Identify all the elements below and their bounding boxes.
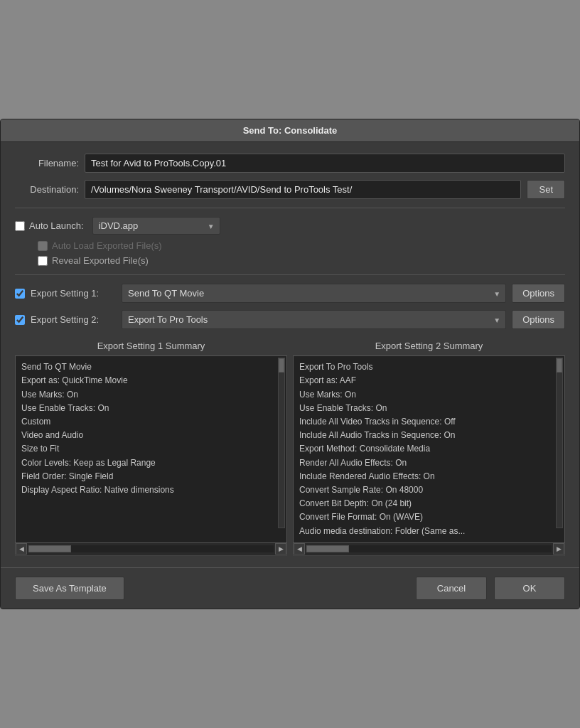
summary-2-line-6: Include All Audio Tracks in Sequence: On (299, 429, 549, 442)
summary-2-line-1: Export To Pro Tools (299, 360, 549, 374)
summary-1-scrollbar-v[interactable] (278, 358, 285, 528)
summary-2-line-2: Export as: AAF (299, 374, 549, 387)
destination-path-input[interactable] (85, 180, 521, 199)
set-destination-button[interactable]: Set (527, 180, 565, 199)
auto-launch-label[interactable]: Auto Launch: (15, 220, 84, 231)
export-setting-2-checkbox[interactable] (15, 315, 25, 325)
cancel-button[interactable]: Cancel (416, 577, 487, 600)
summary-2-h-scroll-track (306, 545, 552, 552)
dialog-content: Filename: Destination: Set Auto Launch: … (1, 142, 579, 567)
summary-2-line-10: Convert Sample Rate: On 48000 (299, 483, 549, 497)
summary-1-h-scroll-thumb (28, 545, 71, 552)
dialog-footer: Save As Template Cancel OK (1, 567, 579, 609)
destination-label: Destination: (15, 184, 79, 195)
summary-1-line-2: Export as: QuickTime Movie (21, 374, 271, 387)
footer-right: Cancel OK (416, 577, 565, 600)
summary-1-scrollbar-thumb (279, 358, 284, 373)
auto-launch-app-select[interactable]: iDVD.app (92, 217, 220, 235)
auto-load-checkbox (38, 241, 48, 251)
auto-load-row: Auto Load Exported File(s) (38, 240, 565, 251)
export-settings-section: Export Setting 1: Send To QT Movie Optio… (15, 284, 565, 329)
summary-2-line-4: Use Enable Tracks: On (299, 402, 549, 415)
filename-label: Filename: (15, 158, 79, 168)
summary-2-line-5: Include All Video Tracks in Sequence: Of… (299, 415, 549, 429)
summary-2-h-scrollbar[interactable]: ◀ ▶ (293, 543, 565, 556)
destination-row: Destination: Set (15, 180, 565, 199)
dialog-title: Send To: Consolidate (243, 125, 338, 136)
summary-1-line-7: Size to Fit (21, 442, 271, 456)
auto-load-label: Auto Load Exported File(s) (52, 240, 162, 251)
summary-1-line-6: Video and Audio (21, 429, 271, 442)
reveal-label: Reveal Exported File(s) (52, 255, 149, 266)
summary-2-title: Export Setting 2 Summary (293, 341, 565, 351)
dialog-title-bar: Send To: Consolidate (1, 119, 579, 142)
summary-2-h-scroll-left[interactable]: ◀ (294, 543, 305, 555)
summary-1-h-scroll-left[interactable]: ◀ (16, 543, 27, 555)
summary-1-h-scrollbar[interactable]: ◀ ▶ (15, 543, 287, 556)
auto-launch-app-dropdown-wrapper: iDVD.app (92, 217, 220, 235)
summary-1-h-scroll-track (28, 545, 274, 552)
summary-1-line-1: Send To QT Movie (21, 360, 271, 374)
summary-2-scrollbar-v[interactable] (556, 358, 563, 528)
export-setting-1-dropdown-wrapper: Send To QT Movie (122, 284, 506, 303)
summary-1-title: Export Setting 1 Summary (15, 341, 287, 351)
summary-1-line-3: Use Marks: On (21, 388, 271, 402)
summary-2-h-scroll-right[interactable]: ▶ (553, 543, 564, 555)
summary-2-line-13: Audio media destination: Folder (Same as… (299, 525, 549, 538)
auto-launch-text: Auto Launch: (29, 220, 84, 231)
export-setting-1-row: Export Setting 1: Send To QT Movie Optio… (15, 284, 565, 303)
ok-button[interactable]: OK (494, 577, 565, 600)
summary-2-line-8: Render All Audio Effects: On (299, 456, 549, 470)
divider-1 (15, 208, 565, 208)
summary-1-line-5: Custom (21, 415, 271, 429)
reveal-row: Reveal Exported File(s) (38, 255, 565, 266)
export-setting-2-row: Export Setting 2: Export To Pro Tools Op… (15, 310, 565, 329)
summary-1-line-8: Color Levels: Keep as Legal Range (21, 456, 271, 470)
summary-2-line-7: Export Method: Consolidate Media (299, 442, 549, 456)
summary-1-line-4: Use Enable Tracks: On (21, 402, 271, 415)
export-setting-1-options-button[interactable]: Options (512, 284, 565, 303)
export-setting-2-dropdown-wrapper: Export To Pro Tools (122, 310, 506, 329)
save-as-template-button[interactable]: Save As Template (15, 577, 124, 600)
summary-1-box: Send To QT Movie Export as: QuickTime Mo… (15, 355, 287, 542)
filename-row: Filename: (15, 154, 565, 173)
filename-input[interactable] (85, 154, 565, 173)
send-to-consolidate-dialog: Send To: Consolidate Filename: Destinati… (0, 119, 580, 609)
export-setting-1-checkbox[interactable] (15, 289, 25, 299)
sub-options: Auto Load Exported File(s) Reveal Export… (38, 240, 565, 266)
summary-2-line-3: Use Marks: On (299, 388, 549, 402)
reveal-checkbox[interactable] (38, 256, 48, 266)
summary-1-line-9: Field Order: Single Field (21, 470, 271, 483)
summary-col-1: Export Setting 1 Summary Send To QT Movi… (15, 341, 287, 555)
summary-2-line-11: Convert Bit Depth: On (24 bit) (299, 497, 549, 510)
summary-2-text: Export To Pro Tools Export as: AAF Use M… (299, 360, 559, 537)
auto-launch-app-wrapper: iDVD.app (92, 217, 220, 235)
summary-1-text: Send To QT Movie Export as: QuickTime Mo… (21, 360, 281, 497)
summary-2-line-9: Include Rendered Audio Effects: On (299, 470, 549, 483)
summary-2-h-scroll-thumb (306, 545, 349, 552)
footer-left: Save As Template (15, 577, 124, 600)
summary-2-box: Export To Pro Tools Export as: AAF Use M… (293, 355, 565, 542)
summary-col-2: Export Setting 2 Summary Export To Pro T… (293, 341, 565, 555)
export-setting-1-select[interactable]: Send To QT Movie (122, 284, 506, 303)
summary-section: Export Setting 1 Summary Send To QT Movi… (15, 341, 565, 555)
auto-launch-row: Auto Launch: iDVD.app (15, 217, 565, 235)
export-setting-1-label: Export Setting 1: (31, 288, 116, 299)
summary-2-line-12: Convert File Format: On (WAVE) (299, 510, 549, 524)
summary-1-line-10: Display Aspect Ratio: Native dimensions (21, 483, 271, 497)
export-setting-2-label: Export Setting 2: (31, 314, 116, 325)
divider-2 (15, 274, 565, 275)
summary-2-scrollbar-thumb (557, 358, 562, 373)
auto-launch-checkbox[interactable] (15, 221, 25, 231)
export-setting-2-select[interactable]: Export To Pro Tools (122, 310, 506, 329)
summary-1-h-scroll-right[interactable]: ▶ (275, 543, 286, 555)
export-setting-2-options-button[interactable]: Options (512, 310, 565, 329)
